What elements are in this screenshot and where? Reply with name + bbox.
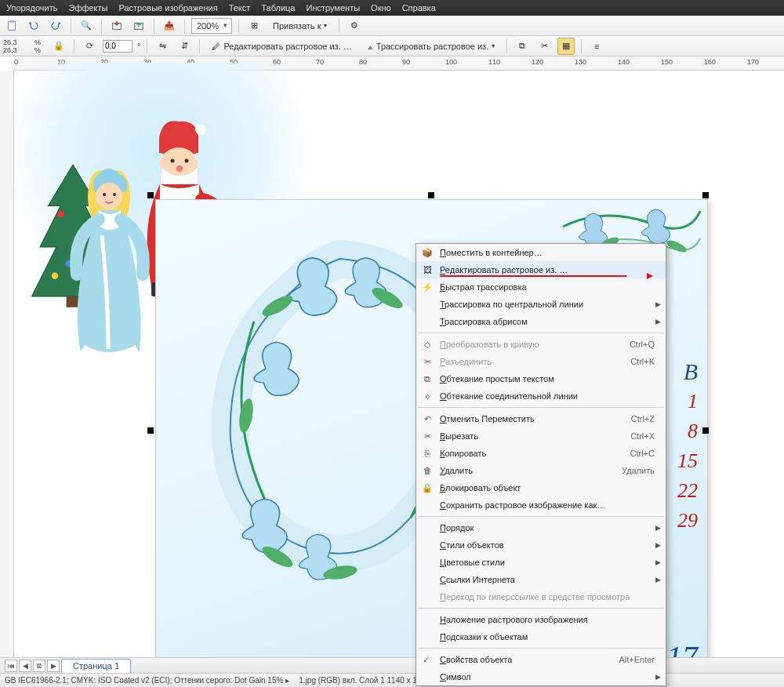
menu-item-icon: ⎘ <box>421 447 434 460</box>
context-menu-item[interactable]: Стили объектов▶ <box>416 536 666 554</box>
context-menu-item[interactable]: 📦Поместить в контейнер… <box>416 244 666 261</box>
menu-item-label: Сохранить растровое изображение как… <box>440 500 605 510</box>
property-bar: 26,3 26,3 % % 🔒 ⟳ ° ⇋ ⇵ 🖉 Редактировать … <box>0 36 784 56</box>
submenu-arrow-icon: ▶ <box>655 673 661 681</box>
menu-item-label: Разъединить <box>440 357 492 366</box>
menu-item-label: Отменить Переместить <box>440 414 535 423</box>
submenu-arrow-icon: ▶ <box>655 541 661 549</box>
svg-point-9 <box>52 273 58 279</box>
status-bar: GB IEC61966-2.1; CMYK: ISO Coated v2 (EC… <box>0 673 784 687</box>
snap-icon[interactable]: ⊞ <box>245 17 263 35</box>
zoom-value: 200% <box>197 21 219 31</box>
context-menu-item[interactable]: 🗑УдалитьУдалить <box>416 462 666 479</box>
menu-item-label: Преобразовать в кривую <box>440 340 539 349</box>
context-menu-item[interactable]: ⎘КопироватьCtrl+C <box>416 445 666 462</box>
context-menu-item[interactable]: ✓Свойства объектаAlt+Enter <box>416 651 666 668</box>
context-menu-item[interactable]: Трассировка абрисом▶ <box>416 313 666 330</box>
mirror-v-icon[interactable]: ⇵ <box>176 38 193 55</box>
menu-shortcut: Ctrl+X <box>630 431 655 441</box>
submenu-arrow-icon: ▶ <box>655 524 661 532</box>
menu-window[interactable]: Окно <box>371 3 391 13</box>
submenu-arrow-icon: ▶ <box>655 318 661 325</box>
menu-text[interactable]: Текст <box>229 3 251 13</box>
context-menu-item[interactable]: ✂ВырезатьCtrl+X <box>416 427 666 445</box>
context-menu-item[interactable]: Трассировка по центральной линии▶ <box>416 296 666 313</box>
canvas-workspace[interactable]: В 1 8 15 22 29 17 <box>14 71 784 657</box>
trace-bitmap-button[interactable]: ⟁ Трассировать растровое из. ▾ <box>362 38 500 55</box>
menu-separator <box>418 516 664 517</box>
lock-ratio-icon[interactable]: 🔒 <box>50 38 67 55</box>
edit-bitmap-button[interactable]: 🖉 Редактировать растровое из. … <box>206 38 357 55</box>
resample-icon[interactable]: ⧉ <box>514 38 531 55</box>
search-icon[interactable]: 🔍 <box>78 17 95 35</box>
context-menu-item[interactable]: Порядок▶ <box>416 519 666 536</box>
prev-page-icon[interactable]: ◀ <box>19 660 31 672</box>
next-page-icon[interactable]: ▶ <box>47 660 60 672</box>
svg-point-15 <box>176 165 183 172</box>
selection-handle[interactable] <box>428 192 434 198</box>
context-menu-item[interactable]: Подсказки к объектам <box>416 628 666 645</box>
context-menu-item[interactable]: 🖼Редактировать растровое из. … <box>416 261 666 278</box>
import-icon[interactable] <box>108 17 125 35</box>
align-icon[interactable]: ▦ <box>557 38 575 55</box>
zoom-level[interactable]: 200% ▼ <box>191 18 232 34</box>
export-icon[interactable] <box>130 17 147 35</box>
menu-bitmaps[interactable]: Растровые изображения <box>118 3 217 13</box>
chevron-down-icon: ▾ <box>324 22 327 29</box>
context-menu-item[interactable]: ⧉Обтекание простым текстом <box>416 370 666 387</box>
mirror-h-icon[interactable]: ⇋ <box>154 38 171 55</box>
svg-rect-1 <box>9 20 13 23</box>
menu-item-label: Вырезать <box>440 431 478 441</box>
chevron-down-icon: ▾ <box>492 42 495 49</box>
menu-effects[interactable]: Эффекты <box>68 3 107 13</box>
rotation-angle[interactable] <box>103 40 132 53</box>
rotate-icon[interactable]: ⟳ <box>81 38 98 55</box>
menu-item-label: Стили объектов <box>440 540 504 550</box>
context-menu-item[interactable]: Наложение растрового изображения <box>416 611 666 628</box>
selection-handle[interactable] <box>147 427 154 434</box>
menu-arrange[interactable]: Упорядочить <box>6 3 57 13</box>
context-menu-item[interactable]: Сохранить растровое изображение как… <box>416 496 666 514</box>
calendar-row: 22 <box>677 476 698 506</box>
selection-handle[interactable] <box>702 427 709 434</box>
menu-tools[interactable]: Инструменты <box>306 3 360 13</box>
context-menu-item[interactable]: Цветовые стили▶ <box>416 554 666 571</box>
publish-icon[interactable]: 📤 <box>161 17 178 35</box>
menu-separator <box>418 407 664 408</box>
calendar-row: 29 <box>677 506 698 536</box>
crop-icon[interactable]: ✂ <box>535 38 553 55</box>
submenu-arrow-icon: ▶ <box>655 558 661 566</box>
check-icon: ✓ <box>423 655 430 665</box>
context-menu-item[interactable]: ⚡Быстрая трассировка <box>416 278 666 296</box>
svg-point-20 <box>103 193 106 196</box>
context-menu-item[interactable]: ⟡Обтекание соединительной линии <box>416 387 666 405</box>
context-menu-item[interactable]: 🔒Блокировать объект <box>416 479 666 496</box>
page-tab[interactable]: Страница 1 <box>61 659 131 673</box>
menu-item-label: Поместить в контейнер… <box>440 248 543 257</box>
redo-icon[interactable] <box>47 17 64 35</box>
wrap-text-icon[interactable]: ≡ <box>588 38 605 55</box>
menu-help[interactable]: Справка <box>402 3 436 13</box>
context-menu-item[interactable]: Символ▶ <box>416 668 666 685</box>
first-page-icon[interactable]: ⏮ <box>5 660 17 672</box>
paste-icon[interactable] <box>3 17 20 35</box>
ruler-tick: 170 <box>747 58 759 66</box>
add-page-icon[interactable]: 🗎 <box>33 660 45 672</box>
context-menu-item[interactable]: Ссылки Интернета▶ <box>416 571 666 588</box>
submenu-arrow-icon: ▶ <box>655 576 661 583</box>
menu-table[interactable]: Таблица <box>261 3 295 13</box>
rotation-input[interactable] <box>103 40 132 53</box>
context-menu: 📦Поместить в контейнер…🖼Редактировать ра… <box>416 243 666 686</box>
chevron-down-icon: ▼ <box>222 22 228 29</box>
options-icon[interactable]: ⚙ <box>346 17 363 35</box>
selection-handle[interactable] <box>702 192 709 198</box>
context-menu-item[interactable]: ↶Отменить ПереместитьCtrl+Z <box>416 410 666 427</box>
undo-icon[interactable] <box>25 17 42 35</box>
svg-point-14 <box>185 159 189 163</box>
menu-item-icon: 🗑 <box>421 464 434 477</box>
selection-handle[interactable] <box>147 192 154 198</box>
svg-point-11 <box>195 124 206 135</box>
snap-to-dropdown[interactable]: Привязать к ▾ <box>267 17 332 35</box>
menu-item-label: Трассировка по центральной линии <box>440 300 583 309</box>
menu-item-label: Свойства объекта <box>440 655 512 664</box>
